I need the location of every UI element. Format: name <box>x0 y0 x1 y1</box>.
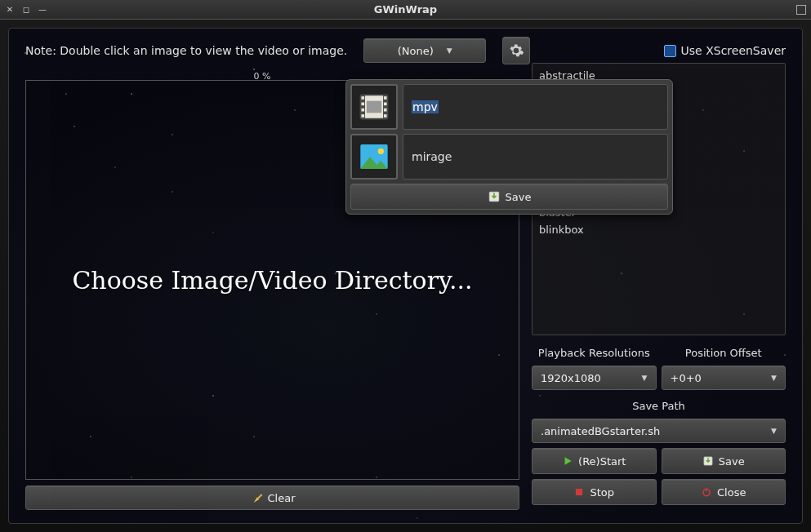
popup-save-label: Save <box>506 191 532 203</box>
svg-rect-6 <box>361 109 364 112</box>
close-button[interactable]: Close <box>662 479 786 505</box>
svg-point-13 <box>378 149 384 154</box>
svg-rect-10 <box>384 109 387 112</box>
position-offset-label: Position Offset <box>662 345 786 361</box>
clear-button-label: Clear <box>268 492 296 504</box>
popup-save-button[interactable]: Save <box>350 184 668 210</box>
resolution-selector[interactable]: 1920x1080 ▼ <box>532 366 657 390</box>
svg-rect-5 <box>361 103 364 106</box>
chevron-down-icon: ▼ <box>447 47 452 55</box>
image-viewer-value: mirage <box>412 150 452 163</box>
video-player-field[interactable]: mpv <box>403 84 668 130</box>
video-player-thumb[interactable] <box>350 84 398 130</box>
play-icon <box>562 455 573 467</box>
use-xscreensaver-checkbox[interactable]: Use XScreenSaver <box>664 44 786 57</box>
stop-icon <box>573 486 585 498</box>
svg-rect-8 <box>384 96 387 100</box>
save-path-selector[interactable]: .animatedBGstarter.sh ▼ <box>532 419 786 443</box>
save-icon <box>702 455 714 467</box>
window-close-icon[interactable]: ✕ <box>5 5 15 14</box>
settings-button[interactable] <box>502 37 530 64</box>
offset-selector[interactable]: +0+0 ▼ <box>662 366 786 390</box>
directory-chooser-label: Choose Image/Video Directory... <box>72 266 472 295</box>
video-player-value: mpv <box>412 100 439 113</box>
svg-rect-7 <box>361 114 364 117</box>
save-button-label: Save <box>719 455 745 468</box>
chevron-down-icon: ▼ <box>771 374 777 382</box>
chevron-down-icon: ▼ <box>771 427 777 435</box>
offset-value: +0+0 <box>671 372 702 384</box>
resolution-value: 1920x1080 <box>541 372 601 384</box>
window-restore-icon[interactable]: ◻ <box>21 5 31 14</box>
svg-rect-4 <box>361 96 364 100</box>
svg-rect-18 <box>706 488 706 492</box>
use-xscreensaver-label: Use XScreenSaver <box>681 44 786 57</box>
svg-rect-9 <box>384 103 387 106</box>
restart-button[interactable]: (Re)Start <box>532 448 657 474</box>
image-viewer-thumb[interactable] <box>350 134 398 180</box>
settings-popup: mpv mirage Save <box>345 79 673 215</box>
stop-button-label: Stop <box>590 486 614 499</box>
close-button-label: Close <box>717 486 746 499</box>
note-label: Note: Double click an image to view the … <box>25 44 347 57</box>
window-title: GWinWrap <box>0 3 811 16</box>
broom-icon <box>250 491 263 504</box>
save-path-label: Save Path <box>532 398 786 414</box>
checkbox-box <box>664 45 676 57</box>
gear-icon <box>508 42 524 59</box>
source-selector-value: (None) <box>398 45 434 57</box>
power-icon <box>701 486 712 498</box>
playback-resolutions-label: Playback Resolutions <box>532 345 657 361</box>
chevron-down-icon: ▼ <box>642 374 648 382</box>
source-selector[interactable]: (None) ▼ <box>363 38 486 63</box>
window-minimize-icon[interactable]: — <box>38 5 47 14</box>
stop-button[interactable]: Stop <box>532 479 657 505</box>
save-path-value: .animatedBGstarter.sh <box>541 425 660 437</box>
svg-rect-11 <box>384 114 387 117</box>
svg-rect-3 <box>367 101 381 113</box>
picture-icon <box>358 140 390 173</box>
film-icon <box>356 89 392 125</box>
window-maximize-icon[interactable] <box>796 5 806 15</box>
restart-button-label: (Re)Start <box>578 455 626 468</box>
image-viewer-field[interactable]: mirage <box>403 134 668 180</box>
save-icon <box>488 190 501 203</box>
list-item[interactable]: blinkbox <box>532 221 785 238</box>
clear-button[interactable]: Clear <box>25 485 519 510</box>
save-button[interactable]: Save <box>662 448 786 474</box>
svg-rect-16 <box>576 489 582 495</box>
